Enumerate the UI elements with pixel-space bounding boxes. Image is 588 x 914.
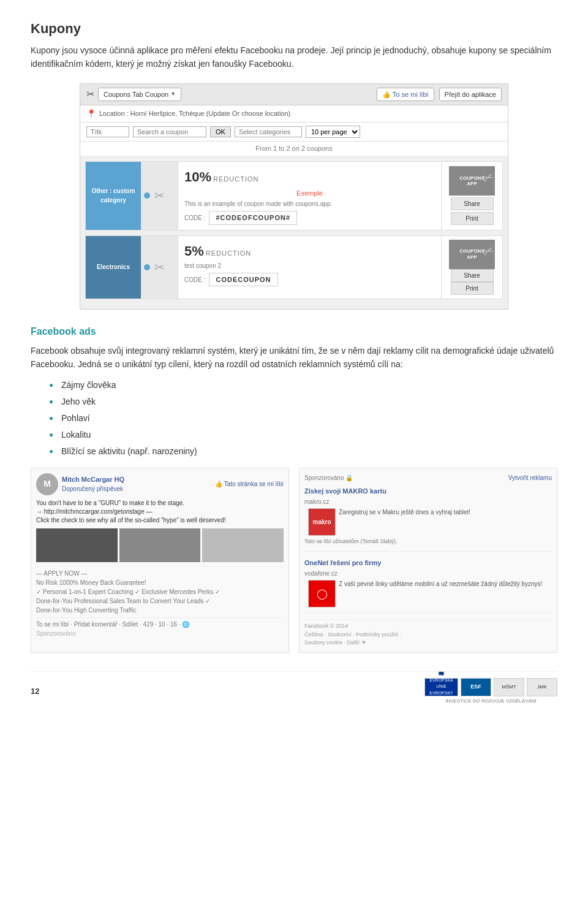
coupon-code-row-1: CODE : #CODEOFCOUPON# bbox=[184, 211, 435, 225]
coupons-app-text-1: COUPONSAPP bbox=[459, 175, 484, 187]
coupon-item-2: Electronics ✂ 5% REDUCTION test coupon 2… bbox=[85, 235, 503, 299]
bullet-list: Zájmy člověka Jeho věk Pohlaví Lokalitu … bbox=[49, 379, 557, 458]
fb-ad-footer: Facebook © 2014 Čeština · Soukromí · Pod… bbox=[304, 619, 552, 647]
fb-post-sponsored: Sponzorováno bbox=[36, 629, 284, 638]
coupon-item-1: Other : custom category ✂ 10% REDUCTION … bbox=[85, 161, 503, 230]
fb-like-page-btn[interactable]: 👍 Tato stránka se mi líbí bbox=[215, 479, 284, 489]
create-ad-link[interactable]: Vytvořit reklamu bbox=[508, 473, 552, 482]
coupon-right-1: COUPONSAPP Share Print bbox=[441, 162, 502, 230]
fb-img-2 bbox=[119, 528, 201, 562]
screenshots-row: M Mitch McCargar HQ Doporučený příspěvek… bbox=[31, 468, 557, 653]
scissors-thumb-icon-2: ✂ bbox=[154, 258, 165, 276]
page-number: 12 bbox=[31, 685, 39, 698]
fb-post-screenshot: M Mitch McCargar HQ Doporučený příspěvek… bbox=[31, 468, 289, 653]
coupon-top-bar: ✂ Coupons Tab Coupon ▼ 👍 To se mi líbí P… bbox=[80, 84, 508, 105]
coupon-example-1: Exemple bbox=[184, 188, 435, 199]
facebook-like-btn[interactable]: 👍 To se mi líbí bbox=[377, 88, 434, 102]
page-footer: 12 🇪🇺EVROPSKÁ UNIEEVROPSKÝ FOND ESF MŠMT… bbox=[31, 671, 557, 705]
fb-ad-domain-2: vodafone.cz bbox=[304, 569, 552, 578]
bullet-item-1: Zájmy člověka bbox=[49, 379, 557, 392]
fb-ad-item-2: OneNet řešení pro firmy vodafone.cz ◯ Z … bbox=[304, 558, 552, 614]
fb-post-header: M Mitch McCargar HQ Doporučený příspěvek… bbox=[36, 473, 284, 495]
region-logo: JMK bbox=[527, 678, 557, 696]
coupon-count-bar: From 1 to 2 on 2 coupons bbox=[80, 142, 508, 156]
fb-ad-thumb-2: ◯ bbox=[308, 580, 336, 607]
fb-post-text: You don't have to be a "GURU" to make it… bbox=[36, 499, 284, 525]
fb-ad-2-content: ◯ Z vaší pevné linky uděláme mobilní a u… bbox=[304, 580, 552, 607]
fb-images-grid bbox=[36, 528, 284, 562]
fb-img-1 bbox=[36, 528, 118, 562]
code-label-1: CODE : bbox=[184, 213, 205, 223]
tab-dropdown-arrow: ▼ bbox=[170, 90, 176, 99]
coupon-desc-1: This is an example of coupon made with c… bbox=[184, 199, 435, 208]
fb-ad-text-1: Zaregistruj se v Makru ještě dnes a vyhr… bbox=[339, 508, 470, 516]
coupon-category-2: Electronics bbox=[86, 236, 141, 299]
coupons-app-logo-2: COUPONSAPP bbox=[449, 240, 495, 269]
fb-post-footer: — APPLY NOW — No Risk 1000% Money Back G… bbox=[36, 566, 284, 615]
fb-ad-sidebar-header: Sponzorováno 🔒 Vytvořit reklamu bbox=[304, 473, 552, 482]
scissors-thumb-icon-1: ✂ bbox=[154, 186, 165, 205]
coupon-code-row-2: CODE : CODECOUPON bbox=[184, 273, 435, 287]
footer-eu-section: 🇪🇺EVROPSKÁ UNIEEVROPSKÝ FOND ESF MŠMT JM… bbox=[424, 678, 557, 705]
code-label-2: CODE : bbox=[184, 275, 205, 284]
coupon-location-bar: 📍 Location : Horní Heršpice, Tchéque (Up… bbox=[80, 105, 508, 123]
code-box-1: #CODEOFCOUPON# bbox=[209, 211, 297, 225]
footer-tagline: INVESTICE DO ROZVOJE VZDĚLÁVÁNÍ bbox=[445, 698, 536, 705]
esf-logo: ESF bbox=[461, 678, 491, 696]
coupon-reduction-word-2: REDUCTION bbox=[206, 248, 251, 259]
coupon-app-screenshot: ✂ Coupons Tab Coupon ▼ 👍 To se mi líbí P… bbox=[80, 83, 508, 310]
bullet-item-3: Pohlaví bbox=[49, 412, 557, 425]
code-box-2: CODECOUPON bbox=[209, 273, 277, 287]
coupon-search-bar: OK 10 per page bbox=[80, 123, 508, 142]
location-pin-icon: 📍 bbox=[86, 108, 96, 120]
facebook-ads-paragraph: Facebook obsahuje svůj integrovaný rekla… bbox=[31, 344, 557, 371]
coupon-share-btn-2[interactable]: Share bbox=[451, 269, 494, 282]
coupon-reduction-1: 10% bbox=[184, 167, 211, 187]
fb-username: Mitch McCargar HQ bbox=[62, 474, 211, 485]
fb-user-info: Mitch McCargar HQ Doporučený příspěvek bbox=[62, 474, 211, 494]
scissors-icon: ✂ bbox=[86, 87, 94, 102]
coupon-share-btn-1[interactable]: Share bbox=[451, 197, 494, 210]
goto-app-btn[interactable]: Přejít do aplikace bbox=[439, 88, 502, 102]
search-coupon-input[interactable] bbox=[133, 126, 206, 137]
per-page-select[interactable]: 10 per page bbox=[306, 126, 360, 138]
coupon-thumb-2: ✂ bbox=[141, 236, 178, 299]
coupon-print-btn-2[interactable]: Print bbox=[451, 282, 494, 295]
coupon-category-1: Other : custom category bbox=[86, 162, 141, 230]
coupon-reduction-2: 5% bbox=[184, 241, 204, 261]
fb-ad-1-content: makro Zaregistruj se v Makru ještě dnes … bbox=[304, 508, 552, 536]
fb-img-3 bbox=[202, 528, 284, 562]
fb-ad-item-1: Získej svojí MAKRO kartu makro.cz makro … bbox=[304, 486, 552, 552]
bullet-item-5: Blížící se aktivitu (např. narozeniny) bbox=[49, 445, 557, 458]
coupon-bullet-2 bbox=[144, 264, 150, 270]
facebook-ads-heading: Facebook ads bbox=[31, 324, 557, 339]
coupon-print-btn-1[interactable]: Print bbox=[451, 212, 494, 225]
fb-avatar: M bbox=[36, 473, 58, 495]
msmt-logo: MŠMT bbox=[494, 678, 524, 696]
fb-ads-sidebar-screenshot: Sponzorováno 🔒 Vytvořit reklamu Získej s… bbox=[299, 468, 557, 653]
coupons-app-logo-1: COUPONSAPP bbox=[449, 166, 495, 196]
fb-post-reactions: To se mi líbí · Přidat komentář · Sdílet… bbox=[36, 617, 284, 629]
page-title: Kupony bbox=[31, 18, 557, 39]
coupon-desc-2: test coupon 2 bbox=[184, 261, 435, 270]
bullet-item-4: Lokalitu bbox=[49, 428, 557, 441]
coupon-body: Other : custom category ✂ 10% REDUCTION … bbox=[80, 156, 508, 309]
search-tag-input[interactable] bbox=[86, 126, 129, 137]
fb-ad-domain-1: makro.cz bbox=[304, 497, 552, 506]
coupon-right-2: COUPONSAPP Share Print bbox=[441, 236, 502, 299]
fb-ad-likes-1: Toto se líbí uživatelům (Tomáš Slabý). bbox=[304, 538, 552, 546]
coupon-reduction-word-1: REDUCTION bbox=[213, 174, 258, 185]
fb-ad-thumb-1: makro bbox=[308, 508, 336, 536]
eu-logo: 🇪🇺EVROPSKÁ UNIEEVROPSKÝ FOND bbox=[424, 678, 458, 696]
coupon-details-1: 10% REDUCTION Exemple This is an example… bbox=[178, 162, 441, 230]
select-categories-input[interactable] bbox=[235, 126, 302, 137]
coupon-details-2: 5% REDUCTION test coupon 2 CODE : CODECO… bbox=[178, 236, 441, 299]
coupon-top-left: ✂ Coupons Tab Coupon ▼ bbox=[86, 87, 181, 102]
footer-eu-logos: 🇪🇺EVROPSKÁ UNIEEVROPSKÝ FOND ESF MŠMT JM… bbox=[424, 678, 557, 696]
intro-paragraph: Kupony jsou vysoce účinná aplikace pro m… bbox=[31, 44, 557, 71]
coupon-thumb-1: ✂ bbox=[141, 162, 178, 230]
ok-button[interactable]: OK bbox=[210, 126, 231, 137]
footer-logos: 🇪🇺EVROPSKÁ UNIEEVROPSKÝ FOND ESF MŠMT JM… bbox=[424, 678, 557, 705]
fb-ad-title-1: Získej svojí MAKRO kartu bbox=[304, 486, 552, 497]
coupon-tab-label: Coupons Tab Coupon ▼ bbox=[98, 88, 181, 102]
